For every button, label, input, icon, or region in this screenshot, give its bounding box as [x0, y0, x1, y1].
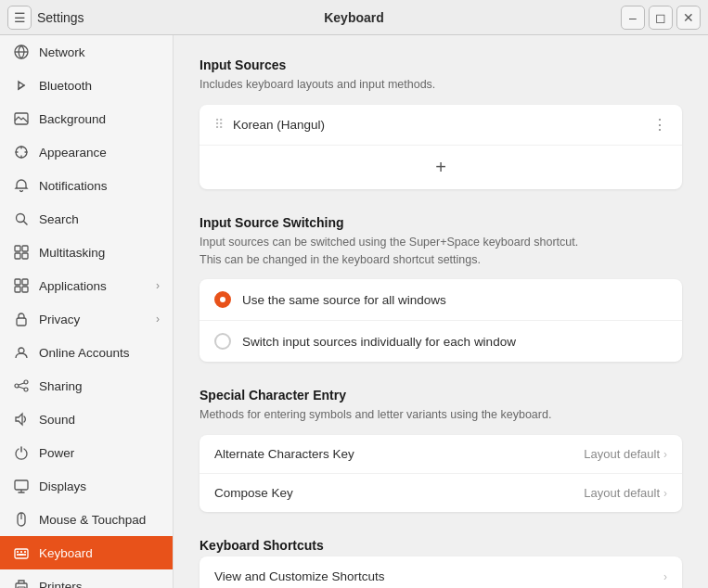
svg-rect-27 [17, 551, 19, 553]
view-customize-shortcuts-row[interactable]: View and Customize Shortcuts › [200, 556, 682, 588]
same-source-option[interactable]: Use the same source for all windows [200, 279, 682, 321]
svg-line-19 [19, 383, 24, 385]
titlebar-left: ☰ Settings [7, 6, 184, 30]
keyboard-shortcuts-title: Keyboard Shortcuts [200, 538, 682, 553]
input-sources-title: Input Sources [200, 58, 682, 72]
add-input-source-button[interactable]: + [200, 146, 682, 189]
svg-rect-14 [17, 318, 26, 326]
compose-key-row[interactable]: Compose Key Layout default › [200, 474, 682, 512]
sidebar-item-keyboard[interactable]: Keyboard [0, 536, 173, 569]
alternate-characters-value: Layout default [584, 447, 660, 461]
svg-rect-13 [22, 287, 28, 292]
svg-point-18 [24, 388, 28, 391]
input-sources-desc: Includes keyboard layouts and input meth… [200, 76, 682, 94]
sidebar-label-keyboard: Keyboard [39, 546, 160, 560]
sidebar-label-displays: Displays [39, 479, 160, 493]
svg-rect-31 [19, 554, 24, 556]
sidebar-item-printers[interactable]: Printers [0, 569, 173, 588]
keyboard-icon [13, 544, 30, 561]
same-source-label: Use the same source for all windows [242, 293, 446, 307]
sidebar-item-applications[interactable]: Applications› [0, 269, 173, 302]
sidebar-item-privacy[interactable]: Privacy› [0, 302, 173, 336]
sidebar-item-sharing[interactable]: Sharing [0, 369, 173, 403]
sidebar-label-appearance: Appearance [39, 146, 160, 160]
individual-source-label: Switch input sources individually for ea… [242, 335, 516, 349]
minimize-button[interactable]: – [621, 6, 645, 30]
sidebar-item-displays[interactable]: Displays [0, 469, 173, 503]
svg-rect-12 [15, 287, 20, 292]
svg-rect-30 [17, 554, 19, 556]
sidebar-item-background[interactable]: Background [0, 102, 173, 135]
special-character-desc: Methods for entering symbols and letter … [200, 406, 682, 424]
sidebar-item-online-accounts[interactable]: Online Accounts [0, 336, 173, 369]
svg-point-17 [24, 380, 28, 384]
sidebar: NetworkBluetoothBackgroundAppearanceNoti… [0, 35, 174, 588]
sidebar-item-sound[interactable]: Sound [0, 403, 173, 436]
individual-source-option[interactable]: Switch input sources individually for ea… [200, 321, 682, 362]
sidebar-label-online-accounts: Online Accounts [39, 346, 160, 360]
svg-rect-28 [20, 551, 22, 553]
svg-rect-21 [15, 480, 28, 490]
sidebar-item-appearance[interactable]: Appearance [0, 135, 173, 169]
svg-point-16 [15, 384, 19, 388]
sidebar-label-multitasking: Multitasking [39, 246, 160, 260]
sharing-icon [13, 377, 30, 394]
chevron-icon-privacy: › [156, 313, 160, 326]
sidebar-label-power: Power [39, 446, 160, 460]
applications-icon [13, 277, 30, 294]
svg-rect-29 [24, 551, 26, 553]
svg-rect-9 [22, 253, 28, 259]
korean-hangul-row[interactable]: ⠿ Korean (Hangul) ⋮ [200, 105, 682, 146]
sidebar-item-network[interactable]: Network [0, 35, 173, 69]
titlebar-controls: – ◻ ✕ [524, 6, 701, 30]
special-character-title: Special Character Entry [200, 388, 682, 403]
sidebar-label-sharing: Sharing [39, 379, 160, 393]
printers-icon [13, 578, 30, 588]
sidebar-label-background: Background [39, 112, 160, 126]
svg-rect-11 [22, 279, 28, 285]
input-sources-section: Input Sources Includes keyboard layouts … [200, 58, 682, 189]
titlebar: ☰ Settings Keyboard – ◻ ✕ [0, 0, 708, 35]
sidebar-label-bluetooth: Bluetooth [39, 79, 160, 93]
drag-handle-icon: ⠿ [214, 117, 224, 132]
svg-rect-8 [15, 253, 20, 259]
special-character-card: Alternate Characters Key Layout default … [200, 435, 682, 512]
sidebar-item-mouse-touchpad[interactable]: Mouse & Touchpad [0, 503, 173, 536]
compose-key-chevron-icon: › [663, 487, 667, 500]
maximize-button[interactable]: ◻ [649, 6, 673, 30]
view-customize-shortcuts-label: View and Customize Shortcuts [214, 569, 663, 583]
sidebar-item-multitasking[interactable]: Multitasking [0, 236, 173, 269]
close-button[interactable]: ✕ [676, 6, 701, 30]
svg-line-5 [24, 222, 28, 225]
same-source-radio[interactable] [214, 291, 231, 308]
sidebar-label-applications: Applications [39, 279, 147, 293]
sidebar-item-power[interactable]: Power [0, 436, 173, 469]
hamburger-button[interactable]: ☰ [7, 6, 32, 30]
compose-key-label: Compose Key [214, 486, 584, 500]
input-source-menu-icon[interactable]: ⋮ [652, 116, 667, 134]
alternate-characters-row[interactable]: Alternate Characters Key Layout default … [200, 435, 682, 474]
appearance-icon [13, 144, 30, 160]
shortcuts-chevron-icon: › [663, 570, 667, 583]
sidebar-label-privacy: Privacy [39, 313, 147, 326]
input-source-label: Korean (Hangul) [233, 118, 643, 132]
sidebar-label-network: Network [39, 45, 160, 59]
individual-source-radio[interactable] [214, 333, 231, 350]
svg-rect-7 [22, 246, 28, 251]
input-source-switching-title: Input Source Switching [200, 215, 682, 230]
privacy-icon [13, 311, 30, 327]
svg-line-20 [19, 387, 24, 389]
sidebar-item-search[interactable]: Search [0, 202, 173, 236]
svg-rect-6 [15, 246, 20, 251]
content-area: Input Sources Includes keyboard layouts … [174, 35, 708, 588]
network-icon [13, 44, 30, 60]
svg-point-15 [19, 348, 24, 353]
sidebar-item-notifications[interactable]: Notifications [0, 169, 173, 202]
bluetooth-icon [13, 77, 30, 94]
input-source-switching-desc: Input sources can be switched using the … [200, 234, 682, 269]
mouse-touchpad-icon [13, 511, 30, 528]
sidebar-label-sound: Sound [39, 413, 160, 427]
switching-options-card: Use the same source for all windows Swit… [200, 279, 682, 362]
sidebar-item-bluetooth[interactable]: Bluetooth [0, 69, 173, 102]
alternate-characters-label: Alternate Characters Key [214, 447, 584, 461]
